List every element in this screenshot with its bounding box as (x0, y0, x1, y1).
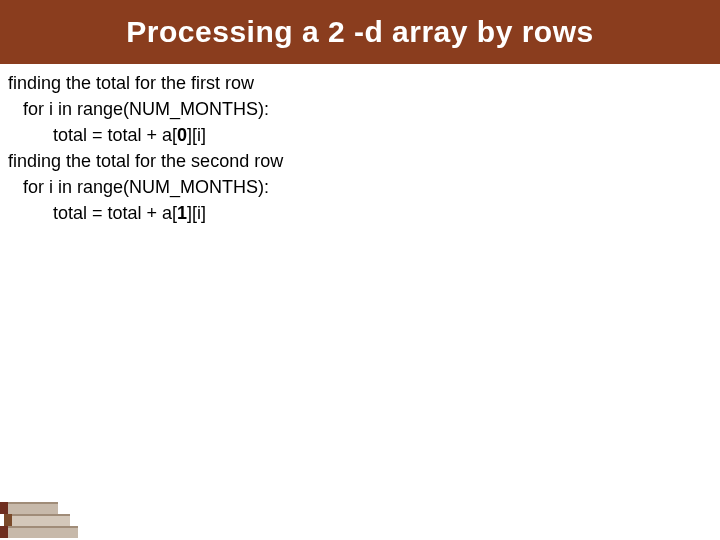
svg-rect-4 (4, 514, 70, 516)
code-line: finding the total for the first row (8, 70, 712, 96)
svg-rect-2 (0, 526, 8, 538)
svg-rect-5 (4, 514, 12, 526)
svg-rect-1 (0, 526, 78, 528)
slide-body: finding the total for the first row for … (0, 64, 720, 227)
code-segment: ][i] (187, 125, 206, 145)
svg-rect-8 (0, 502, 8, 514)
code-line: for i in range(NUM_MONTHS): (8, 174, 712, 200)
code-line: total = total + a[1][i] (8, 200, 712, 226)
slide-title: Processing a 2 -d array by rows (126, 15, 593, 49)
code-segment: total = total + a[ (8, 203, 177, 223)
code-segment: total = total + a[ (8, 125, 177, 145)
svg-rect-7 (0, 502, 58, 504)
title-bar: Processing a 2 -d array by rows (0, 0, 720, 64)
code-line: total = total + a[0][i] (8, 122, 712, 148)
books-icon (0, 486, 90, 540)
code-line: for i in range(NUM_MONTHS): (8, 96, 712, 122)
code-segment: ][i] (187, 203, 206, 223)
code-bold-index: 0 (177, 125, 187, 145)
code-line: finding the total for the second row (8, 148, 712, 174)
code-bold-index: 1 (177, 203, 187, 223)
